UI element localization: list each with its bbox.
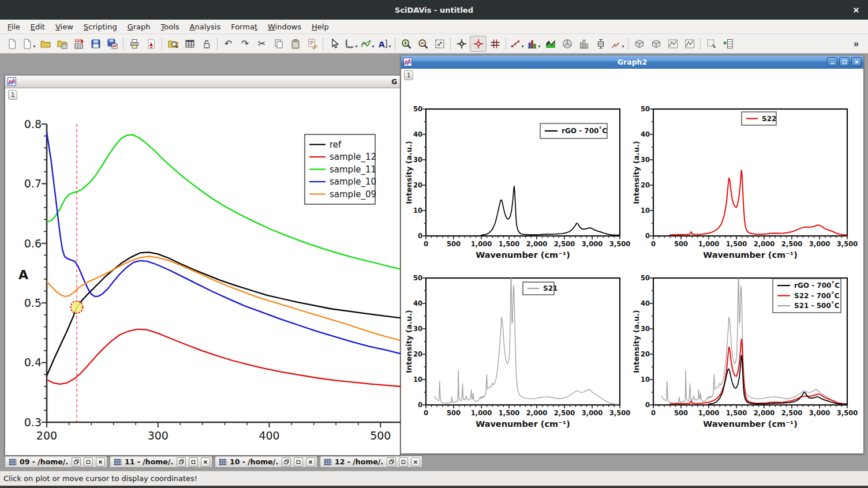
copy-button[interactable] [270, 36, 287, 52]
open-template-button[interactable] [54, 36, 70, 52]
project-explorer-button[interactable] [164, 36, 181, 52]
open-project-button[interactable] [37, 36, 54, 52]
tab-maximize-button[interactable] [294, 457, 303, 467]
graph1-window[interactable]: G 1 2003004005000.30.40.50.60.70.8Arefsa… [5, 75, 401, 456]
svg-text:20: 20 [413, 350, 422, 358]
tab-close-button[interactable] [201, 457, 210, 467]
tab-close-button[interactable] [306, 457, 315, 467]
zoom-out-button[interactable] [414, 36, 431, 52]
print-button[interactable] [126, 36, 143, 52]
zoom-in-button[interactable] [398, 36, 414, 52]
svg-text:sample_11: sample_11 [330, 164, 376, 175]
pointer-button[interactable] [326, 36, 342, 52]
tab-maximize-button[interactable] [84, 457, 93, 467]
menu-graph[interactable]: Graph [122, 21, 156, 33]
menu-scripting[interactable]: Scripting [78, 21, 122, 33]
rescale-button[interactable] [431, 36, 448, 52]
add-text-button[interactable] [376, 36, 392, 52]
raman-chart-combined[interactable]: 05001,0001,5002,0002,5003,0003,500010203… [632, 266, 863, 433]
menu-analysis[interactable]: Analysis [185, 21, 226, 33]
bar-plot-button[interactable] [525, 36, 542, 52]
svg-text:Wavenumber (cm⁻¹): Wavenumber (cm⁻¹) [703, 419, 798, 429]
import-ascii-icon [73, 38, 85, 50]
import-ascii-button[interactable] [70, 36, 87, 52]
uvvis-chart[interactable]: 2003004005000.30.40.50.60.70.8Arefsample… [6, 89, 401, 456]
table-icon [184, 38, 196, 50]
trajectory-3d-button[interactable] [648, 36, 664, 52]
tab-maximize-button[interactable] [189, 457, 198, 467]
raman-chart-rgo[interactable]: 05001,0001,5002,0002,5003,0003,500010203… [405, 97, 635, 264]
toolbar-overflow-button[interactable]: » [848, 36, 865, 52]
ribbon-3d-button[interactable] [681, 36, 698, 52]
save-template-button[interactable] [104, 36, 121, 52]
graph2-canvas[interactable]: 1 05001,0001,5002,0002,5003,0003,5000102… [401, 69, 863, 453]
scatter-3d-button[interactable] [664, 36, 681, 52]
add-column-button[interactable] [720, 36, 736, 52]
pie-plot-button[interactable] [559, 36, 575, 52]
add-layer-button[interactable] [342, 36, 359, 52]
select-range-button[interactable] [487, 36, 503, 52]
line-symbol-plot-button[interactable] [508, 36, 525, 52]
app-titlebar[interactable]: SciDAVis - untitled [0, 0, 868, 20]
table-grid-icon [324, 458, 332, 466]
graph2-maximize-button[interactable] [839, 57, 850, 66]
graph2-window[interactable]: Graph2 1 05001,0001,5002,0002,5003,0003,… [401, 55, 864, 454]
layer-button[interactable]: 1 [404, 70, 413, 80]
menu-tools[interactable]: Tools [156, 21, 185, 33]
redo-button[interactable]: ↷ [237, 36, 253, 52]
menu-file[interactable]: File [2, 21, 25, 33]
menu-view[interactable]: View [50, 21, 78, 33]
toolbar-separator [320, 36, 326, 52]
surface-3d-button[interactable] [631, 36, 648, 52]
plot-3d-bars-button[interactable] [575, 36, 592, 52]
results-log-button[interactable] [181, 36, 198, 52]
window-tab-09[interactable]: 09 - /home/... [5, 456, 107, 468]
crosshair-icon [456, 38, 467, 50]
svg-text:500: 500 [674, 409, 688, 417]
tab-restore-button[interactable] [72, 457, 81, 467]
cut-button[interactable]: ✂ [253, 36, 270, 52]
vector-plot-button[interactable] [609, 36, 626, 52]
undo-button[interactable]: ↶ [220, 36, 237, 52]
window-tab-12[interactable]: 12 - /home/... [320, 456, 422, 468]
raman-chart-s21[interactable]: 05001,0001,5002,0002,5003,0003,500010203… [405, 266, 635, 433]
paste-button[interactable] [287, 36, 304, 52]
svg-text:3,500: 3,500 [837, 409, 858, 417]
delete-note-icon [306, 38, 318, 50]
graph2-titlebar[interactable]: Graph2 [401, 55, 863, 69]
raman-chart-s22[interactable]: 05001,0001,5002,0002,5003,0003,500010203… [632, 97, 863, 264]
new-project-button[interactable] [3, 36, 20, 52]
data-reader-button[interactable] [470, 36, 487, 52]
menu-edit[interactable]: Edit [25, 21, 50, 33]
box-plot-button[interactable] [592, 36, 609, 52]
screen-reader-button[interactable] [453, 36, 470, 52]
graph2-minimize-button[interactable] [827, 57, 837, 66]
tab-close-button[interactable] [96, 457, 105, 467]
menu-windows[interactable]: Windows [263, 21, 306, 33]
save-project-button[interactable] [87, 36, 104, 52]
graph2-close-button[interactable] [851, 57, 862, 66]
tab-maximize-button[interactable] [399, 457, 408, 467]
new-aspect-button[interactable] [20, 36, 37, 52]
window-tab-11[interactable]: 11 - /home/... [110, 456, 212, 468]
fit-frame-button[interactable] [703, 36, 720, 52]
export-pdf-button[interactable] [143, 36, 159, 52]
window-tab-10[interactable]: 10 - /home/... [215, 456, 317, 468]
tab-close-button[interactable] [411, 457, 420, 467]
tab-restore-button[interactable] [387, 457, 396, 467]
area-plot-button[interactable] [542, 36, 559, 52]
svg-text:3,500: 3,500 [609, 240, 630, 248]
menu-help[interactable]: Help [306, 21, 334, 33]
tab-restore-button[interactable] [177, 457, 186, 467]
delete-selection-button[interactable] [304, 36, 320, 52]
app-close-button[interactable] [851, 5, 861, 15]
menu-format[interactable]: Format [226, 21, 263, 33]
tab-restore-button[interactable] [282, 457, 291, 467]
graph1-canvas[interactable]: 1 2003004005000.30.40.50.60.70.8Arefsamp… [5, 88, 400, 455]
svg-text:50: 50 [641, 105, 650, 113]
graph1-titlebar[interactable]: G [5, 76, 400, 88]
lock-toolbars-button[interactable] [198, 36, 215, 52]
curve-style-button[interactable] [359, 36, 376, 52]
svg-text:2,000: 2,000 [754, 409, 775, 417]
table-grid-icon [114, 458, 122, 466]
